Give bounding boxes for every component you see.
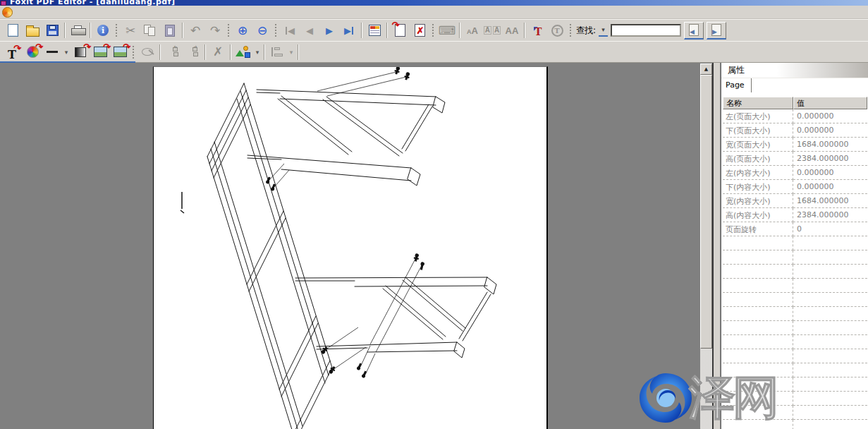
- shape-dropdown[interactable]: ▾: [253, 49, 262, 56]
- replace-image-button[interactable]: ↷: [110, 43, 130, 61]
- save-button[interactable]: [42, 21, 62, 40]
- property-row[interactable]: [723, 377, 867, 392]
- transform-forward-button[interactable]: ↱: [183, 43, 202, 61]
- property-row[interactable]: [723, 265, 867, 279]
- edit-fill-button[interactable]: ↷: [71, 43, 90, 61]
- property-row[interactable]: [723, 321, 867, 335]
- zoom-in-button[interactable]: ⊕: [233, 21, 252, 40]
- property-row[interactable]: 左(内容大小) 0.000000: [723, 166, 867, 180]
- property-row[interactable]: 下(页面大小) 0.000000: [723, 123, 867, 138]
- word-spacing-button[interactable]: AA: [502, 21, 522, 40]
- property-row[interactable]: [723, 236, 867, 250]
- property-value[interactable]: 2384.000000: [793, 152, 867, 166]
- property-value[interactable]: [793, 279, 867, 293]
- property-value[interactable]: [793, 321, 867, 335]
- property-value[interactable]: [793, 236, 867, 250]
- property-value[interactable]: 0.000000: [793, 180, 867, 194]
- menu-item[interactable]: [17, 11, 30, 13]
- edit-color-button[interactable]: ↷: [23, 43, 42, 61]
- property-row[interactable]: [723, 406, 867, 420]
- font-style-button[interactable]: AA: [463, 21, 482, 40]
- menu-item[interactable]: [68, 11, 80, 13]
- find-dropdown[interactable]: ▾: [599, 24, 608, 37]
- property-row[interactable]: 高(页面大小) 2384.000000: [723, 152, 867, 166]
- last-page-button[interactable]: ▶: [339, 21, 359, 40]
- property-row[interactable]: [723, 293, 867, 307]
- property-value[interactable]: 1684.000000: [793, 194, 867, 208]
- menu-item[interactable]: [106, 11, 118, 13]
- property-row[interactable]: [723, 363, 867, 377]
- info-button[interactable]: i: [93, 21, 113, 40]
- line-style-dropdown[interactable]: ▾: [62, 49, 71, 56]
- print-button[interactable]: [68, 21, 87, 40]
- next-page-button[interactable]: ▶: [319, 21, 339, 40]
- property-row[interactable]: 宽(内容大小) 1684.000000: [723, 194, 867, 208]
- property-value[interactable]: [793, 420, 867, 429]
- property-value[interactable]: 0.000000: [793, 166, 867, 180]
- paste-button[interactable]: [160, 21, 180, 40]
- transform-back-button[interactable]: ↰: [163, 43, 183, 61]
- property-row[interactable]: 左(页面大小) 0.000000: [723, 109, 867, 123]
- page-form-button[interactable]: [365, 21, 384, 40]
- property-value[interactable]: [793, 406, 867, 420]
- char-spacing-button[interactable]: AA: [482, 21, 502, 40]
- property-value[interactable]: 0.000000: [793, 109, 867, 123]
- new-button[interactable]: [3, 21, 23, 40]
- property-value[interactable]: 1684.000000: [793, 138, 867, 152]
- edit-image-button[interactable]: ↷: [90, 43, 110, 61]
- property-value[interactable]: 0: [793, 222, 867, 236]
- property-row[interactable]: [723, 279, 867, 293]
- menu-item[interactable]: [55, 11, 68, 13]
- redo-button[interactable]: ↷: [205, 21, 225, 40]
- keyboard-button[interactable]: ⌨: [437, 21, 457, 40]
- property-row[interactable]: 页面旋转 0: [723, 222, 867, 236]
- zoom-out-button[interactable]: ⊖: [252, 21, 272, 40]
- menu-item[interactable]: [80, 11, 93, 13]
- panel-splitter[interactable]: [712, 63, 721, 429]
- property-value[interactable]: [793, 293, 867, 307]
- property-value[interactable]: [793, 349, 867, 363]
- line-style-button[interactable]: [42, 43, 62, 61]
- property-row[interactable]: [723, 307, 867, 321]
- property-row[interactable]: [723, 420, 867, 429]
- vertical-scrollbar[interactable]: ▲: [700, 64, 712, 429]
- text-circle-button[interactable]: T: [547, 21, 567, 40]
- insert-page-button[interactable]: ↷: [390, 21, 410, 40]
- undo-button[interactable]: ↶: [185, 21, 205, 40]
- cut-button[interactable]: ✂: [121, 21, 140, 40]
- property-value[interactable]: 0.000000: [793, 123, 867, 138]
- property-value[interactable]: [793, 392, 867, 406]
- find-next-button[interactable]: ▶: [707, 22, 726, 40]
- delete-page-button[interactable]: ✗: [410, 21, 429, 40]
- tab-page[interactable]: Page: [721, 78, 752, 92]
- document-page[interactable]: [153, 66, 548, 429]
- edit-text-button[interactable]: T↷: [3, 43, 23, 61]
- property-value[interactable]: [793, 377, 867, 392]
- scroll-up-button[interactable]: ▲: [700, 64, 712, 75]
- first-page-button[interactable]: ◀: [280, 21, 300, 40]
- align-button[interactable]: [267, 43, 287, 61]
- property-row[interactable]: [723, 335, 867, 349]
- property-row[interactable]: 高(内容大小) 2384.000000: [723, 208, 867, 222]
- property-value[interactable]: [793, 363, 867, 377]
- menu-item[interactable]: [93, 11, 106, 13]
- property-value[interactable]: [793, 250, 867, 265]
- property-row[interactable]: [723, 250, 867, 265]
- prev-page-button[interactable]: ◀: [300, 21, 319, 40]
- open-button[interactable]: [23, 21, 42, 40]
- find-input[interactable]: [611, 24, 681, 37]
- property-value[interactable]: [793, 265, 867, 279]
- property-value[interactable]: [793, 335, 867, 349]
- property-row[interactable]: [723, 349, 867, 363]
- menu-item[interactable]: [42, 11, 55, 13]
- find-prev-button[interactable]: ◀: [684, 22, 704, 40]
- align-dropdown[interactable]: ▾: [287, 49, 295, 56]
- menu-item[interactable]: [30, 11, 42, 13]
- copy-button[interactable]: [140, 21, 160, 40]
- scrollbar-thumb[interactable]: [700, 75, 712, 349]
- add-text-button[interactable]: T: [527, 21, 547, 40]
- property-value[interactable]: [793, 307, 867, 321]
- property-row[interactable]: 下(内容大小) 0.000000: [723, 180, 867, 194]
- insert-shape-button[interactable]: [233, 43, 253, 61]
- property-value[interactable]: 2384.000000: [793, 208, 867, 222]
